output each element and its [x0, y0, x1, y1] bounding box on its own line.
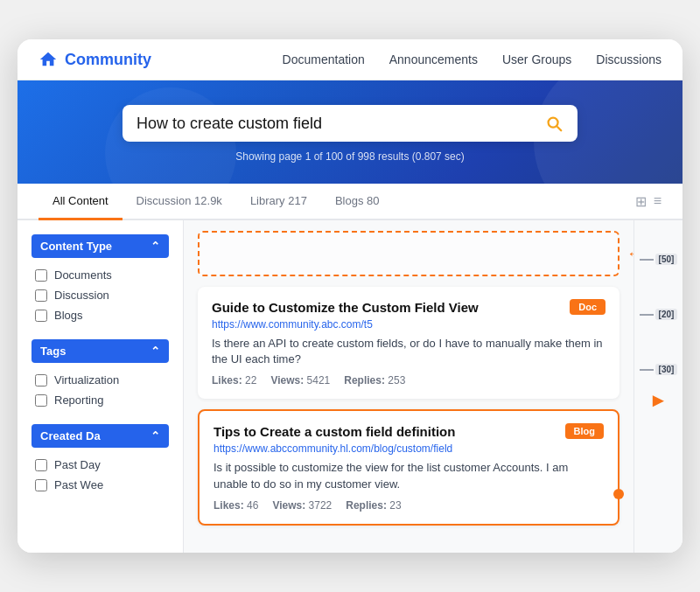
annotation-panel: [50] [20] [30] ► [634, 220, 682, 553]
checkbox-discussion[interactable] [35, 289, 47, 302]
option-blogs-label: Blogs [54, 309, 83, 322]
list-view-icon[interactable]: ≡ [654, 193, 662, 209]
result-1-likes: Likes: 22 [212, 374, 256, 387]
logo-text: Community [65, 51, 151, 69]
annotation-3: [30] [640, 364, 678, 375]
search-button[interactable] [544, 114, 564, 133]
result-2-replies: Replies: 23 [346, 499, 401, 512]
content-type-filter: Content Type ⌃ Documents Discussion Blog… [32, 234, 169, 325]
result-2-link[interactable]: https://www.abccommunity.hl.com/blog/cus… [214, 442, 604, 455]
result-1-replies: Replies: 253 [344, 374, 405, 387]
nav-discussions[interactable]: Discussions [596, 52, 662, 66]
annotation-value-2: [20] [655, 309, 678, 320]
annotation-1: [50] [640, 254, 678, 265]
option-past-day-label: Past Day [54, 458, 101, 471]
option-reporting-label: Reporting [54, 394, 103, 407]
search-icon [544, 114, 564, 133]
tab-blogs[interactable]: Blogs 80 [321, 184, 394, 220]
filter-documents[interactable]: Documents [32, 265, 169, 285]
result-card-2-header: Tips to Create a custom field definition… [214, 423, 604, 439]
result-1-link[interactable]: https://www.community.abc.com/t5 [212, 318, 606, 331]
results-area: ← Guide to Customize the Custom Field Vi… [184, 220, 634, 553]
sidebar: Content Type ⌃ Documents Discussion Blog… [18, 220, 184, 553]
orange-dot [613, 489, 624, 499]
annotation-value-3: [30] [655, 364, 678, 375]
result-card-1-header: Guide to Customize the Custom Field View… [212, 299, 606, 315]
home-icon [38, 50, 58, 69]
search-input[interactable] [136, 115, 537, 133]
option-discussion-label: Discussion [54, 289, 109, 302]
content-type-header[interactable]: Content Type ⌃ [32, 234, 169, 258]
result-1-meta: Likes: 22 Views: 5421 Replies: 253 [212, 374, 606, 387]
main-content: Content Type ⌃ Documents Discussion Blog… [18, 220, 682, 553]
tab-all-content[interactable]: All Content [38, 184, 122, 220]
created-header[interactable]: Created Da ⌃ [32, 424, 169, 448]
chevron-created-icon: ⌃ [150, 429, 160, 442]
tab-library[interactable]: Library 217 [236, 184, 321, 220]
annotation-line-3 [640, 369, 654, 371]
filter-reporting[interactable]: Reporting [32, 390, 169, 410]
filter-blogs[interactable]: Blogs [32, 305, 169, 325]
grid-view-icon[interactable]: ⊞ [635, 193, 647, 210]
tags-label: Tags [40, 345, 66, 358]
results-info: Showing page 1 of 100 of 998 results (0.… [52, 150, 648, 163]
option-past-week-label: Past Wee [54, 478, 103, 491]
annotation-value-1: [50] [655, 254, 678, 265]
placeholder-box: ← [198, 231, 620, 276]
checkbox-past-day[interactable] [35, 459, 47, 471]
checkbox-reporting[interactable] [35, 394, 47, 407]
hero-section: Showing page 1 of 100 of 998 results (0.… [18, 80, 682, 184]
annotation-line-2 [640, 314, 654, 316]
annotation-2: [20] [640, 309, 678, 320]
result-2-likes: Likes: 46 [214, 499, 258, 512]
tags-header[interactable]: Tags ⌃ [32, 339, 169, 363]
result-card-2: Tips to Create a custom field definition… [198, 409, 620, 525]
result-2-badge: Blog [565, 423, 604, 439]
nav-user-groups[interactable]: User Groups [502, 52, 571, 66]
content-type-label: Content Type [40, 240, 112, 253]
option-virtualization-label: Virtualization [54, 373, 119, 387]
result-2-title: Tips to Create a custom field definition [214, 424, 455, 439]
logo[interactable]: Community [38, 50, 151, 69]
result-2-views: Views: 3722 [272, 499, 332, 512]
created-label: Created Da [40, 429, 101, 442]
chevron-up-icon: ⌃ [150, 240, 160, 253]
nav-documentation[interactable]: Documentation [283, 52, 365, 66]
created-date-filter: Created Da ⌃ Past Day Past Wee [32, 424, 169, 495]
result-1-badge: Doc [570, 299, 606, 315]
option-documents-label: Documents [54, 268, 112, 282]
annotation-arrow: ► [649, 389, 668, 412]
annotation-line-1 [640, 259, 654, 261]
checkbox-past-week[interactable] [35, 479, 47, 491]
filter-virtualization[interactable]: Virtualization [32, 370, 169, 390]
result-2-meta: Likes: 46 Views: 3722 Replies: 23 [214, 499, 604, 512]
result-1-title: Guide to Customize the Custom Field View [212, 300, 479, 315]
result-2-description: Is it possible to customize the view for… [214, 460, 604, 491]
checkbox-virtualization[interactable] [35, 374, 47, 387]
result-1-views: Views: 5421 [270, 374, 330, 387]
chevron-up-tags-icon: ⌃ [150, 345, 160, 358]
filter-past-week[interactable]: Past Wee [32, 475, 169, 495]
view-toggle: ⊞ ≡ [635, 193, 662, 210]
tags-filter: Tags ⌃ Virtualization Reporting [32, 339, 169, 410]
nav-announcements[interactable]: Announcements [389, 52, 478, 66]
checkbox-blogs[interactable] [35, 310, 47, 322]
right-arrow-icon: ► [649, 389, 668, 411]
filter-discussion[interactable]: Discussion [32, 285, 169, 305]
tab-discussion[interactable]: Discussion 12.9k [122, 184, 236, 220]
search-bar [122, 105, 578, 142]
filter-past-day[interactable]: Past Day [32, 455, 169, 475]
navbar: Community Documentation Announcements Us… [18, 39, 682, 80]
tabs-row: All Content Discussion 12.9k Library 217… [18, 184, 682, 220]
checkbox-documents[interactable] [35, 269, 47, 282]
result-1-description: Is there an API to create custom fields,… [212, 336, 606, 367]
browser-frame: Community Documentation Announcements Us… [18, 39, 682, 553]
navbar-links: Documentation Announcements User Groups … [283, 52, 662, 66]
result-card-1: Guide to Customize the Custom Field View… [198, 287, 620, 399]
